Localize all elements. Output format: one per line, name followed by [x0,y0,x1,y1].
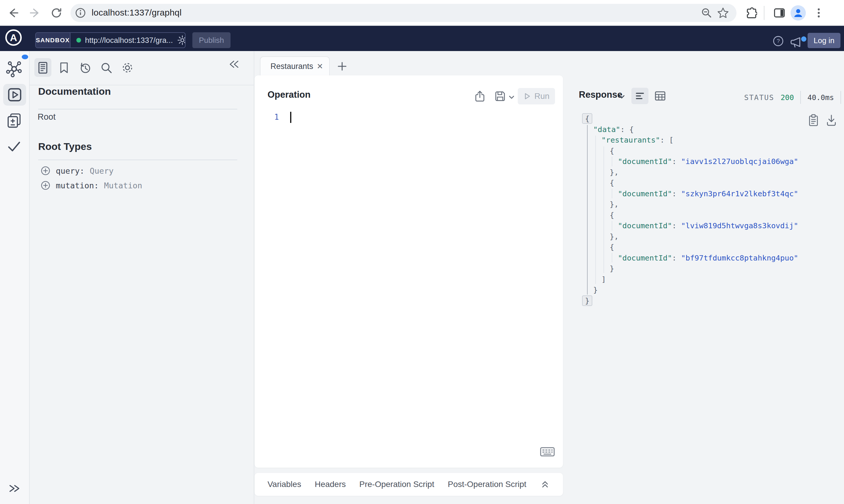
browser-reload-icon[interactable] [50,6,63,19]
doc-divider-2 [38,160,237,160]
operation-editor[interactable] [270,109,558,440]
editor-line-number: 1 [274,113,279,122]
json-line: "documentId": "lviw819d5htwvga8s3kovdij" [585,220,798,231]
tab-label: Restaurants [271,62,313,71]
root-type-row[interactable]: query:Query [40,165,114,176]
expand-rail-icon[interactable] [7,483,22,494]
json-line: { [585,113,798,124]
search-tab-icon[interactable] [100,61,113,74]
help-icon[interactable]: ? [772,35,785,47]
type-field-name: query: [56,166,85,176]
json-line: }, [585,231,798,242]
schema-graph-icon[interactable] [5,60,23,77]
json-line: "documentId": "szkyn3pr64r1v2lkebf3t4qc" [585,188,798,199]
type-type-name: Query [90,166,114,176]
site-info-icon[interactable] [74,7,86,19]
endpoint-input[interactable]: http://localhost:1337/gra... [70,33,186,48]
footer-tab-variables[interactable]: Variables [268,480,301,489]
bookmark-star-icon[interactable] [717,6,729,19]
connection-settings-gear-icon[interactable] [177,35,186,46]
response-dropdown-chevron-icon[interactable] [617,92,626,101]
footer-tabs: VariablesHeadersPre-Operation ScriptPost… [268,480,526,489]
browser-forward-icon[interactable] [29,6,42,19]
run-play-icon [523,92,531,100]
response-tree-view-icon[interactable] [634,90,646,102]
footer-tab-pre-operation-script[interactable]: Pre-Operation Script [359,480,434,489]
root-link[interactable]: Root [38,112,55,122]
json-line: { [585,242,798,253]
bookmarks-tab-icon[interactable] [57,61,70,74]
zoom-out-icon[interactable] [701,7,713,19]
doc-divider [38,109,237,109]
json-line: } [585,285,798,295]
toolbar-divider [764,6,764,20]
save-menu-chevron-icon[interactable] [508,93,515,101]
json-line: "restaurants": [ [585,134,798,145]
status-divider-2 [841,91,841,104]
settings-tab-icon[interactable] [121,61,134,74]
type-type-name: Mutation [104,181,142,190]
operation-footer-bar: VariablesHeadersPre-Operation ScriptPost… [255,473,563,496]
json-line: "documentId": "iavv1s2l27uoblqcjai06wga" [585,156,798,167]
documentation-tab-icon[interactable] [36,61,50,74]
expand-type-icon[interactable] [40,180,51,191]
browser-menu-kebab-icon[interactable] [813,7,825,19]
json-line: ] [585,274,798,285]
response-time: 40.0ms [807,93,834,102]
json-line: "data": { [585,124,798,135]
operation-title: Operation [268,89,310,100]
doc-toolbar-border [30,85,254,85]
status-code: 200 [780,93,794,102]
footer-tab-headers[interactable]: Headers [315,480,346,489]
footer-tab-post-operation-script[interactable]: Post-Operation Script [448,480,527,489]
checklist-icon[interactable] [6,139,22,154]
json-line: } [585,295,798,306]
json-line: }, [585,167,798,178]
side-panel-icon[interactable] [773,6,786,19]
response-status-row: STATUS 200 40.0ms 195B [744,91,844,104]
response-title: Response [579,89,622,100]
json-line: { [585,145,798,156]
sandbox-badge[interactable]: SANDBOX [36,33,70,48]
collapse-doc-panel-icon[interactable] [228,59,241,70]
json-line: "documentId": "bf97tfdumkcc8ptahkng4puo" [585,253,798,264]
copy-response-icon[interactable] [807,113,820,127]
json-line: } [585,263,798,274]
publish-button[interactable]: Publish [192,32,230,48]
endpoint-group: SANDBOX http://localhost:1337/gra... [35,32,186,48]
json-line: { [585,210,798,221]
root-type-row[interactable]: mutation:Mutation [40,180,142,191]
tab-restaurants[interactable]: Restaurants ✕ [260,56,330,76]
svg-text:?: ? [777,38,780,44]
announcements-notification-dot [801,36,806,42]
apollo-logo: A [5,29,22,46]
status-divider [800,91,801,104]
json-line: { [585,178,798,188]
documentation-panel [30,51,254,504]
share-operation-icon[interactable] [473,90,486,103]
tab-close-icon[interactable]: ✕ [313,62,323,71]
login-button[interactable]: Log in [808,33,841,48]
new-tab-icon[interactable] [337,61,347,72]
keyboard-shortcuts-icon[interactable] [540,447,555,457]
explorer-play-icon[interactable] [7,87,23,103]
save-operation-icon[interactable] [494,90,506,103]
download-response-icon[interactable] [825,113,838,127]
run-button[interactable]: Run [518,88,555,105]
response-table-view-icon[interactable] [654,90,666,102]
json-line: }, [585,199,798,210]
json-fold-toggle[interactable]: } [582,295,592,306]
collections-icon[interactable] [6,113,22,128]
response-json: {"data": {"restaurants": [{"documentId":… [585,113,798,306]
extensions-icon[interactable] [744,6,757,19]
url-text: localhost:1337/graphql [92,7,182,18]
expand-type-icon[interactable] [40,166,51,176]
root-types-title: Root Types [38,141,92,152]
expand-panel-chevrons-icon[interactable] [540,479,550,489]
status-label: STATUS [744,93,774,102]
endpoint-url: http://localhost:1337/gra... [85,36,173,45]
endpoint-status-dot [76,38,81,42]
history-tab-icon[interactable] [79,61,92,74]
json-fold-toggle[interactable]: { [582,113,592,124]
browser-back-icon[interactable] [6,6,19,19]
